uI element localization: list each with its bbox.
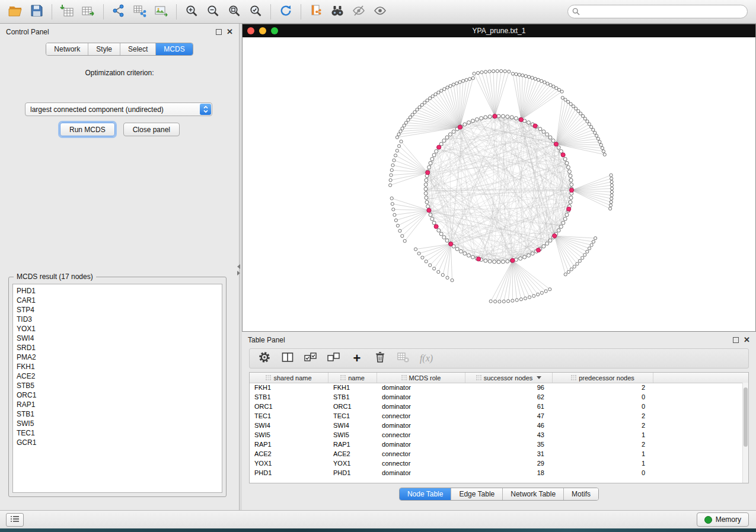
scrollbar-thumb[interactable] [744,387,748,447]
tab-network[interactable]: Network [46,43,88,55]
zoom-out-icon [206,4,219,20]
table-row[interactable]: SWI4SWI4dominator462 [250,421,748,430]
close-panel-button[interactable]: Close panel [123,123,180,136]
network-graph-svg[interactable] [243,37,755,331]
result-item[interactable]: ACE2 [17,371,222,381]
table-mode-button[interactable] [256,351,273,366]
table-row[interactable]: FKH1FKH1dominator962 [250,383,748,392]
float-table-panel-icon[interactable] [733,337,739,343]
zoom-selected-icon [249,4,262,20]
table-cell: PHD1 [250,468,328,477]
tab-select[interactable]: Select [120,43,156,55]
result-item[interactable]: SWI5 [17,419,222,428]
result-item[interactable]: TEC1 [17,428,222,438]
delete-table-button[interactable] [394,351,412,366]
result-item[interactable]: SRD1 [17,343,222,352]
close-panel-icon[interactable]: ✕ [227,29,233,35]
table-cell: connector [377,411,465,421]
deselect-all-button[interactable] [325,351,343,366]
close-table-panel-icon[interactable]: ✕ [744,337,750,343]
open-session-button[interactable] [5,3,26,21]
tab-node-table[interactable]: Node Table [400,488,452,500]
select-all-button[interactable] [302,351,320,366]
hide-details-button[interactable] [348,3,369,21]
zoom-in-button[interactable] [181,3,202,21]
table-cell: PHD1 [328,468,377,477]
table-cell: dominator [377,402,465,411]
import-network-table-button[interactable] [129,3,151,21]
gear-icon [258,351,271,366]
table-row[interactable]: TEC1TEC1connector472 [250,411,748,421]
table-cell: 43 [465,430,553,440]
criterion-select-value: largest connected component (undirected) [25,105,200,114]
tab-style[interactable]: Style [88,43,120,55]
table-row[interactable]: STB1STB1dominator620 [250,392,748,402]
table-cell: YOX1 [250,459,328,468]
table-cell: connector [377,430,465,440]
import-table-file-button[interactable] [56,3,78,21]
result-item[interactable]: YOX1 [17,324,222,334]
zoom-out-button[interactable] [202,3,224,21]
zoom-fit-button[interactable] [224,3,245,21]
result-item[interactable]: GCR1 [17,438,222,447]
zoom-selected-button[interactable] [245,3,266,21]
result-item[interactable]: STB5 [17,381,222,390]
table-row[interactable]: YOX1YOX1connector291 [250,459,748,468]
result-item[interactable]: FKH1 [17,362,222,371]
column-header-shared-name[interactable]: shared name [250,373,328,383]
float-panel-icon[interactable] [216,29,222,35]
task-history-button[interactable] [6,513,24,527]
tab-motifs[interactable]: Motifs [564,488,598,500]
search-network-button[interactable] [327,3,348,21]
export-image-button[interactable] [151,3,172,21]
clone-network-button[interactable] [305,3,327,21]
column-header-successor-nodes[interactable]: successor nodes [465,373,553,383]
table-scrollbar[interactable] [742,383,748,483]
result-item[interactable]: ORC1 [17,390,222,400]
run-mcds-button[interactable]: Run MCDS [60,123,115,136]
tab-network-table[interactable]: Network Table [503,488,564,500]
show-details-button[interactable] [369,3,391,21]
tab-edge-table[interactable]: Edge Table [451,488,503,500]
show-columns-button[interactable] [279,351,296,366]
result-item[interactable]: PMA2 [17,352,222,362]
table-cell: 35 [465,440,553,449]
network-canvas[interactable] [243,37,755,331]
refresh-layout-button[interactable] [275,3,296,21]
table-cell: 0 [553,392,653,402]
result-item[interactable]: TID3 [17,315,222,324]
table-row[interactable]: RAP1RAP1dominator352 [250,440,748,449]
import-network-button[interactable] [108,3,129,21]
result-item[interactable]: STP4 [17,305,222,315]
memory-button[interactable]: Memory [697,512,749,527]
create-column-button[interactable]: + [348,351,366,366]
table-row[interactable]: ORC1ORC1dominator610 [250,402,748,411]
table-cell: RAP1 [250,440,328,449]
column-header-name[interactable]: name [328,373,377,383]
result-item[interactable]: STB1 [17,409,222,419]
table-cell: TEC1 [328,411,377,421]
table-row[interactable]: SWI5SWI5connector431 [250,430,748,440]
save-session-button[interactable] [26,3,47,21]
splitter-collapse-handles[interactable] [237,264,243,275]
function-builder-button[interactable]: f(x) [417,351,435,366]
tab-mcds[interactable]: MCDS [156,43,192,55]
table-cell: 2 [553,440,653,449]
table-row[interactable]: PHD1PHD1dominator180 [250,468,748,477]
result-item[interactable]: PHD1 [17,286,222,296]
table-cell: SWI5 [328,430,377,440]
delete-column-button[interactable] [371,351,389,366]
criterion-select[interactable]: largest connected component (undirected) [25,102,212,116]
result-item[interactable]: SWI4 [17,334,222,343]
refresh-icon [279,4,292,20]
result-item[interactable]: CAR1 [17,296,222,305]
import-table-button[interactable] [78,3,99,21]
column-header-predecessor-nodes[interactable]: predecessor nodes [553,373,653,383]
result-item[interactable]: RAP1 [17,400,222,409]
select-stepper-icon [200,104,211,115]
search-input[interactable] [567,5,748,18]
column-label: MCDS role [409,374,441,382]
column-label: successor nodes [484,374,533,382]
table-row[interactable]: ACE2ACE2connector311 [250,449,748,459]
column-header-mcds-role[interactable]: MCDS role [377,373,465,383]
